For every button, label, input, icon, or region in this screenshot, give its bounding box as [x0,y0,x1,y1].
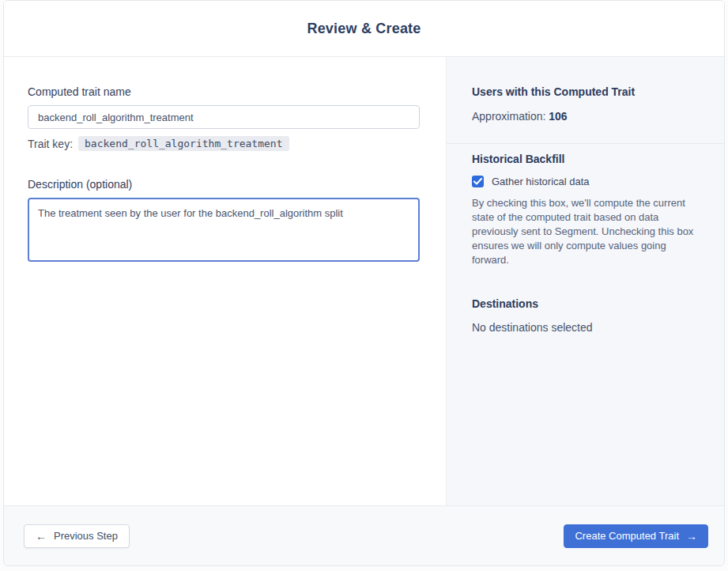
trait-key-chip: backend_roll_algorithm_treatment [78,136,289,151]
wizard-content: Computed trait name Trait key: backend_r… [4,57,724,505]
trait-form-panel: Computed trait name Trait key: backend_r… [4,57,446,505]
trait-key-row: Trait key: backend_roll_algorithm_treatm… [28,136,422,151]
arrow-right-icon: → [686,530,697,543]
checkmark-icon [473,178,482,185]
approximation-row: Approximation: 106 [472,110,703,123]
review-create-page: Review & Create Computed trait name Trai… [0,0,728,571]
users-heading: Users with this Computed Trait [472,85,703,98]
wizard-header: Review & Create [4,1,724,57]
gather-historical-label[interactable]: Gather historical data [492,176,590,187]
description-textarea[interactable]: The treatment seen by the user for the b… [28,198,420,262]
create-trait-label: Create Computed Trait [575,530,679,542]
wizard-footer: ← Previous Step Create Computed Trait → [4,505,724,565]
trait-summary-panel: Users with this Computed Trait Approxima… [446,57,724,505]
approximation-label: Approximation: [472,110,545,123]
destinations-heading: Destinations [472,297,703,310]
checkbox-checked-icon[interactable] [472,176,484,187]
trait-name-input[interactable] [28,105,420,129]
trait-key-label: Trait key: [28,138,73,150]
approximation-value: 106 [549,110,567,123]
previous-step-button[interactable]: ← Previous Step [24,524,130,548]
backfill-heading: Historical Backfill [472,153,703,165]
gather-historical-checkbox-row[interactable]: Gather historical data [472,176,703,187]
arrow-left-icon: ← [36,530,47,543]
previous-step-label: Previous Step [54,530,118,542]
section-divider [447,143,724,144]
wizard-card: Review & Create Computed trait name Trai… [3,0,725,566]
create-computed-trait-button[interactable]: Create Computed Trait → [564,524,708,548]
backfill-description: By checking this box, we'll compute the … [472,196,703,267]
page-title: Review & Create [307,21,421,37]
trait-name-label: Computed trait name [28,85,422,98]
destinations-value: No destinations selected [472,321,703,334]
description-block: Description (optional) The treatment see… [28,178,422,265]
description-label: Description (optional) [28,178,422,191]
